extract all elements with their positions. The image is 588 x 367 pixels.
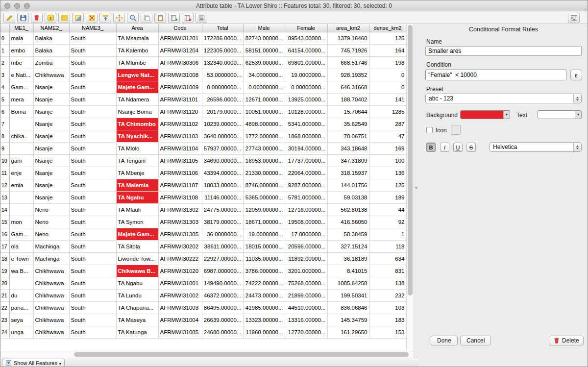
deselect-all-button[interactable] xyxy=(86,13,98,23)
preset-dropdown[interactable]: abc - 123 xyxy=(425,94,582,103)
cell-name3[interactable]: South xyxy=(69,154,116,167)
cell-area_km2[interactable]: 562.80138 xyxy=(327,203,369,216)
cell-name2[interactable]: Nsanje xyxy=(33,154,69,167)
cell-total[interactable]: 172286.0000... xyxy=(202,32,243,44)
cell-area[interactable]: TA Msamala xyxy=(116,32,158,44)
cell-code[interactable]: AFRMWI31103 xyxy=(158,130,202,142)
row-number[interactable]: 2 xyxy=(0,56,9,69)
new-field-button[interactable] xyxy=(168,13,180,23)
cell-female[interactable]: 19508.00000... xyxy=(285,216,327,228)
cell-male[interactable]: 41985.00000... xyxy=(243,301,285,314)
cell-dense_km2[interactable]: 103 xyxy=(369,301,406,314)
cell-name3[interactable]: South xyxy=(69,32,116,44)
cell-male[interactable]: 11960.00000... xyxy=(243,326,285,338)
cell-name1[interactable]: unga xyxy=(9,326,33,338)
move-selection-to-top-button[interactable] xyxy=(99,13,111,23)
cell-code[interactable]: AFRMWI31302 xyxy=(158,203,202,216)
cell-male[interactable]: 58151.00000... xyxy=(243,44,285,56)
cell-name1[interactable]: e Town xyxy=(9,252,33,265)
cell-total[interactable]: 18033.00000... xyxy=(202,179,243,191)
cell-area[interactable]: TA Nyachik... xyxy=(116,130,158,142)
row-number[interactable]: 4 xyxy=(0,81,9,93)
cell-area_km2[interactable]: 59.03138 xyxy=(327,191,369,203)
underline-button[interactable]: U xyxy=(453,143,463,152)
cell-female[interactable]: 9287.000000... xyxy=(285,179,327,191)
cell-area[interactable]: TA Tengani xyxy=(116,154,158,167)
cell-name1[interactable]: mbe xyxy=(9,56,33,69)
cell-total[interactable]: 38611.00000... xyxy=(202,240,243,252)
cell-code[interactable]: AFRMWI31003 xyxy=(158,301,202,314)
minimize-button[interactable] xyxy=(14,3,20,9)
cell-area[interactable]: Liwonde Tow... xyxy=(116,252,158,265)
cell-dense_km2[interactable]: 0 xyxy=(369,69,406,81)
cell-dense_km2[interactable]: 125 xyxy=(369,179,406,191)
cell-area_km2[interactable]: 318.15937 xyxy=(327,167,369,179)
cell-total[interactable]: 38179.00000... xyxy=(202,216,243,228)
cell-name2[interactable]: Neno xyxy=(33,216,69,228)
cell-total[interactable]: 132340.0000... xyxy=(202,56,243,69)
cell-dense_km2[interactable]: 0 xyxy=(369,81,406,93)
rule-name-input[interactable] xyxy=(425,46,582,56)
cell-area[interactable]: TA Mlumbe xyxy=(116,56,158,69)
cell-name2[interactable]: Balaka xyxy=(33,32,69,44)
cell-total[interactable]: 24775.00000... xyxy=(202,203,243,216)
cell-name1[interactable]: e Nati... xyxy=(9,69,33,81)
cell-female[interactable]: 21899.00000... xyxy=(285,289,327,301)
cell-name3[interactable]: South xyxy=(69,314,116,326)
cell-area_km2[interactable]: 36.18189 xyxy=(327,252,369,265)
cell-area[interactable]: TA Mbenje xyxy=(116,167,158,179)
cell-name3[interactable]: South xyxy=(69,191,116,203)
cell-name1[interactable]: emia xyxy=(9,179,33,191)
row-number[interactable]: 23 xyxy=(0,314,9,326)
cell-name3[interactable]: South xyxy=(69,81,116,93)
cell-dense_km2[interactable]: 1285 xyxy=(369,105,406,118)
cell-area[interactable]: TA Chimombo xyxy=(116,118,158,130)
cell-male[interactable]: 82743.00000... xyxy=(243,32,285,44)
cell-dense_km2[interactable]: 125 xyxy=(369,32,406,44)
cell-male[interactable]: 27743.00000... xyxy=(243,142,285,154)
column-header-me1[interactable]: ME1_ xyxy=(9,24,33,32)
cell-name1[interactable] xyxy=(9,118,33,130)
cell-area_km2[interactable]: 15.70644 xyxy=(327,105,369,118)
column-header-area[interactable]: Area xyxy=(116,24,158,32)
cancel-button[interactable]: Cancel xyxy=(460,336,491,345)
row-number[interactable]: 11 xyxy=(0,167,9,179)
cell-male[interactable]: 8746.000000... xyxy=(243,179,285,191)
cell-female[interactable]: 0.00000000... xyxy=(285,81,327,93)
cell-area[interactable]: TA Mlolo xyxy=(116,142,158,154)
cell-female[interactable]: 44510.00000... xyxy=(285,301,327,314)
copy-selected-rows-button[interactable] xyxy=(141,13,152,23)
cell-female[interactable]: 5781.000000... xyxy=(285,191,327,203)
row-number[interactable]: 7 xyxy=(0,118,9,130)
cell-area_km2[interactable]: 199.50341 xyxy=(327,289,369,301)
cell-area_km2[interactable]: 327.15124 xyxy=(327,240,369,252)
cell-dense_km2[interactable]: 100 xyxy=(369,154,406,167)
expression-builder-button[interactable]: ε xyxy=(570,70,582,80)
cell-name3[interactable]: South xyxy=(69,216,116,228)
cell-code[interactable]: AFRMWI31009 xyxy=(158,81,202,93)
cell-name1[interactable]: embo xyxy=(9,44,33,56)
cell-code[interactable]: AFRMWI31020 xyxy=(158,265,202,277)
cell-area[interactable]: TA Malemia xyxy=(116,179,158,191)
cell-name1[interactable]: Gam... xyxy=(9,81,33,93)
cell-dense_km2[interactable]: 1 xyxy=(369,228,406,240)
cell-name3[interactable]: South xyxy=(69,44,116,56)
cell-area[interactable]: TA Chapana... xyxy=(116,301,158,314)
zoom-button[interactable] xyxy=(24,3,30,9)
cell-area_km2[interactable]: 668.51746 xyxy=(327,56,369,69)
condition-input[interactable] xyxy=(425,70,566,80)
cell-female[interactable]: 89543.00000... xyxy=(285,32,327,44)
cell-total[interactable]: 6987.000000... xyxy=(202,265,243,277)
cell-area_km2[interactable]: 1379.16460 xyxy=(327,32,369,44)
cell-dense_km2[interactable]: 831 xyxy=(369,265,406,277)
cell-name1[interactable]: ola xyxy=(9,240,33,252)
cell-male[interactable]: 0.00000000... xyxy=(243,81,285,93)
cell-area[interactable]: Nsanje Boma xyxy=(116,105,158,118)
cell-male[interactable]: 4898.000000... xyxy=(243,118,285,130)
row-number[interactable]: 12 xyxy=(0,179,9,191)
cell-dense_km2[interactable]: 118 xyxy=(369,240,406,252)
cell-male[interactable]: 1772.000000... xyxy=(243,130,285,142)
cell-male[interactable]: 13323.00000... xyxy=(243,314,285,326)
cell-name1[interactable]: Gam... xyxy=(9,228,33,240)
cell-female[interactable]: 17.0000000... xyxy=(285,228,327,240)
